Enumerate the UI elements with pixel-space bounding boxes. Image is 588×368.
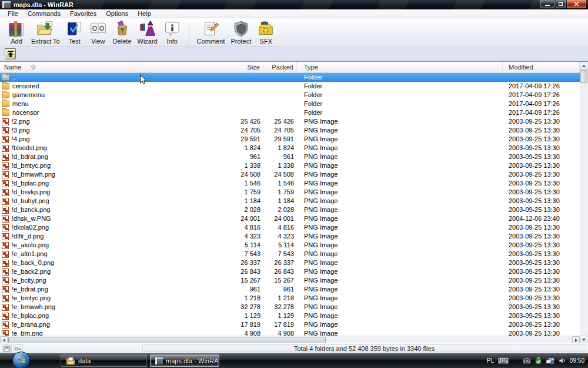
table-row[interactable]: !e_altn1.png 7 543 7 543 PNG Image 2003-… <box>0 250 580 258</box>
restore-button[interactable] <box>556 0 566 8</box>
file-list: Name Size Packed Type Modified .. Folder <box>0 61 588 343</box>
file-modified: 2003-09-25 13:30 <box>509 117 579 126</box>
menu-item[interactable]: Help <box>133 9 156 18</box>
minimize-button[interactable] <box>540 0 554 8</box>
file-type: PNG Image <box>304 258 498 267</box>
table-row[interactable]: !e_bmtyc.png 1 218 1 218 PNG Image 2003-… <box>0 294 580 303</box>
table-row[interactable]: !e_bcity.png 15 267 15 267 PNG Image 200… <box>0 276 580 285</box>
file-packed <box>262 73 294 82</box>
extract-to-button[interactable]: Extract To <box>28 19 63 45</box>
file-name: !d_bmwwh.png <box>12 170 55 179</box>
status-totals-panel: Total 4 folders and 52 408 359 bytes in … <box>142 344 586 352</box>
table-row[interactable]: !3.png 24 705 24 705 PNG Image 2003-09-2… <box>0 126 580 135</box>
scroll-up-button[interactable] <box>580 62 587 69</box>
table-row[interactable]: !e_bplac.png 1 129 1 129 PNG Image 2003-… <box>0 311 580 320</box>
add-button[interactable]: Add <box>5 19 28 45</box>
vertical-scrollbar[interactable] <box>580 62 588 343</box>
file-size: 1 338 <box>229 161 260 170</box>
keyboard-icon[interactable] <box>498 357 509 364</box>
camera-tray-icon[interactable] <box>523 357 531 364</box>
table-row[interactable]: !d_buhyt.png 1 184 1 184 PNG Image 2003-… <box>0 197 580 205</box>
file-size: 29 591 <box>229 135 260 144</box>
file-packed: 4 908 <box>262 329 294 336</box>
table-row[interactable]: censored Folder 2017-04-09 17:26 <box>0 82 580 91</box>
table-row[interactable]: !bloodst.png 1 824 1 824 PNG Image 2003-… <box>0 144 580 152</box>
up-directory-button[interactable] <box>5 48 16 59</box>
table-row[interactable]: !e_back_0.png 26 337 26 337 PNG Image 20… <box>0 258 580 267</box>
file-type: PNG Image <box>304 117 498 126</box>
file-size: 24 705 <box>229 126 260 135</box>
close-button[interactable] <box>567 0 586 8</box>
start-button[interactable] <box>12 352 30 368</box>
table-row[interactable]: !e_bmwwh.png 32 278 32 278 PNG Image 200… <box>0 303 580 311</box>
table-row[interactable]: !e_back2.png 26 843 26 843 PNG Image 200… <box>0 267 580 276</box>
table-row[interactable]: !d_bmtyc.png 1 338 1 338 PNG Image 2003-… <box>0 161 580 170</box>
minimize-icon <box>545 5 550 6</box>
column-header-type[interactable]: Type <box>297 62 503 73</box>
file-size: 1 824 <box>229 144 260 152</box>
test-button[interactable]: Test <box>63 19 86 45</box>
vertical-scrollbar-thumb[interactable] <box>580 70 587 83</box>
table-row[interactable]: !e_bdrat.png 961 961 PNG Image 2003-09-2… <box>0 285 580 294</box>
protect-button[interactable]: Protect <box>228 19 254 45</box>
file-packed: 961 <box>262 285 294 294</box>
table-row[interactable]: gamemenu Folder 2017-04-09 17:26 <box>0 91 580 100</box>
table-row[interactable]: !e_brana.png 17 819 17 819 PNG Image 200… <box>0 320 580 329</box>
column-header-size[interactable]: Size <box>229 62 263 73</box>
table-row[interactable]: !dhsk_w.PNG 24 001 24 001 PNG Image 2004… <box>0 214 580 223</box>
wizard-button[interactable]: Wizard <box>135 19 161 45</box>
taskbar-button-winrar[interactable]: maps.dta - WinRAR <box>150 354 219 367</box>
table-row[interactable]: !dlflr_d.png 4 323 4 323 PNG Image 2003-… <box>0 232 580 241</box>
table-row[interactable]: !2.png 25 426 25 426 PNG Image 2003-09-2… <box>0 117 580 126</box>
table-row[interactable]: !d_bdrat.png 961 961 PNG Image 2003-09-2… <box>0 152 580 161</box>
safely-remove-hardware-icon[interactable] <box>535 357 542 364</box>
table-row[interactable]: !d_bsvkp.png 1 759 1 759 PNG Image 2003-… <box>0 188 580 197</box>
file-modified: 2003-09-25 13:30 <box>509 144 579 152</box>
table-row[interactable]: !dkola02.png 4 816 4 816 PNG Image 2003-… <box>0 223 580 232</box>
file-icon <box>2 145 9 152</box>
winrar-app-icon <box>155 357 163 364</box>
table-row[interactable]: !4.png 29 591 29 591 PNG Image 2003-09-2… <box>0 135 580 144</box>
volume-icon[interactable] <box>559 357 566 364</box>
column-header-modified[interactable]: Modified <box>503 62 580 73</box>
table-row[interactable]: menu Folder 2017-04-09 17:26 <box>0 100 580 108</box>
table-row[interactable]: !d_bplac.png 1 546 1 546 PNG Image 2003-… <box>0 179 580 188</box>
file-packed: 17 819 <box>262 320 294 329</box>
delete-button[interactable]: Delete <box>110 19 135 45</box>
menu-item[interactable]: File <box>3 9 23 18</box>
file-type: Folder <box>304 108 498 117</box>
menu-item[interactable]: Options <box>101 9 133 18</box>
network-icon[interactable] <box>546 357 554 364</box>
protect-icon <box>232 20 250 38</box>
info-button[interactable]: Info <box>161 19 184 45</box>
file-packed: 26 337 <box>262 258 294 267</box>
taskbar-button-data[interactable]: data <box>61 354 147 367</box>
file-size <box>229 73 260 82</box>
view-button[interactable]: View <box>86 19 110 45</box>
file-type: Folder <box>304 73 498 82</box>
file-type: PNG Image <box>304 303 498 311</box>
clock[interactable]: 09:50 <box>570 357 584 364</box>
column-header-packed[interactable]: Packed <box>263 62 297 73</box>
language-indicator[interactable]: PL <box>487 357 494 364</box>
file-type: PNG Image <box>304 214 498 223</box>
menu-item[interactable]: Commands <box>23 9 65 18</box>
table-row[interactable]: !d_bznck.png 2 028 2 028 PNG Image 2003-… <box>0 205 580 214</box>
test-archive-icon <box>66 20 83 38</box>
winrar-app-icon[interactable] <box>2 1 11 8</box>
table-row[interactable]: !e_akolo.png 5 114 5 114 PNG Image 2003-… <box>0 241 580 250</box>
table-row[interactable]: !d_bmwwh.png 24 508 24 508 PNG Image 200… <box>0 170 580 179</box>
menu-item[interactable]: Favorites <box>65 9 101 18</box>
table-row[interactable]: nocensor Folder 2017-04-09 17:26 <box>0 108 580 117</box>
column-header-name[interactable]: Name <box>0 62 229 73</box>
file-type: PNG Image <box>304 320 498 329</box>
table-row[interactable]: .. Folder <box>0 73 580 82</box>
table-row[interactable]: !e_brn.png 4 908 4 908 PNG Image 2003-09… <box>0 329 580 336</box>
sfx-button[interactable]: SFX <box>254 19 278 45</box>
file-modified: 2003-09-25 13:30 <box>509 161 579 170</box>
file-icon <box>2 136 9 143</box>
file-icon <box>2 101 9 107</box>
file-size: 26 337 <box>229 258 260 267</box>
file-packed: 24 508 <box>262 170 294 179</box>
comment-button[interactable]: Comment <box>194 19 228 45</box>
